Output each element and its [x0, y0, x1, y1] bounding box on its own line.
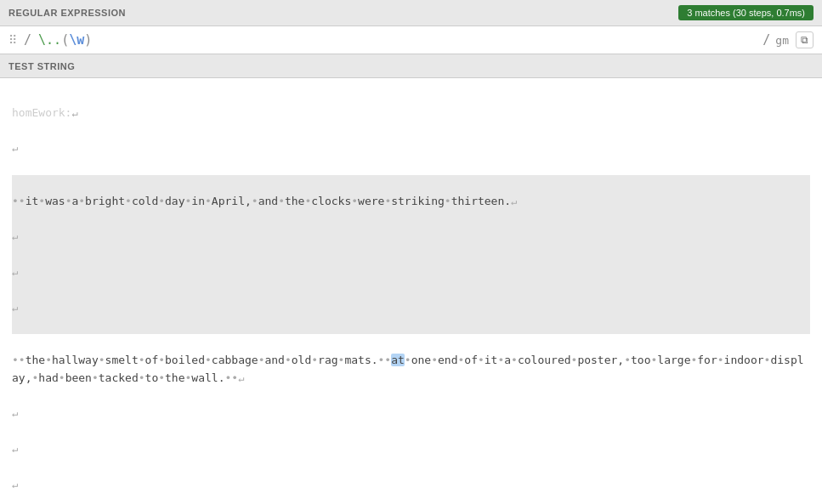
- regex-flags: gm: [775, 34, 789, 47]
- line-9: ↵: [12, 440, 810, 458]
- regex-group-close: ): [84, 32, 92, 48]
- line-6: ↵: [12, 299, 810, 317]
- test-string-label: TEST STRING: [9, 61, 75, 71]
- match-badge: 3 matches (30 steps, 0.7ms): [678, 5, 813, 20]
- regex-delimiter-close: /: [762, 32, 770, 48]
- line-3: ••it•was•a•bright•cold•day•in•April,•and…: [12, 193, 810, 211]
- test-string-bar: TEST STRING: [0, 54, 822, 78]
- regex-flags-area: / gm: [762, 32, 789, 48]
- regex-section-label: REGULAR EXPRESSION: [9, 8, 126, 18]
- highlight-at: at: [391, 354, 405, 366]
- line-10: ↵: [12, 476, 810, 494]
- regex-input-bar: ⠿ / \..(\w) / gm ⧉: [0, 26, 822, 54]
- line-8: ↵: [12, 405, 810, 422]
- line-4: ↵: [12, 228, 810, 246]
- regex-group-open: (: [61, 32, 69, 48]
- line-7: ••the•hallway•smelt•of•boiled•cabbage•an…: [12, 352, 810, 388]
- header-bar: REGULAR EXPRESSION 3 matches (30 steps, …: [0, 0, 822, 26]
- regex-char-class-w: \w: [69, 32, 84, 48]
- regex-pattern[interactable]: \..(\w): [38, 32, 756, 48]
- drag-handle-icon: ⠿: [9, 33, 17, 47]
- regex-delimiter-open: /: [24, 32, 31, 48]
- copy-button[interactable]: ⧉: [796, 31, 813, 48]
- text-content-area[interactable]: homEwork:↵ ↵ ••it•was•a•bright•cold•day•…: [0, 78, 822, 504]
- paragraph-block: ••it•was•a•bright•cold•day•in•April,•and…: [12, 175, 810, 334]
- regex-backslash-dot: \..: [38, 32, 61, 48]
- line-2: ↵: [12, 139, 810, 157]
- line-1: homEwork:↵: [12, 105, 810, 122]
- text-content: homEwork:↵: [12, 106, 78, 119]
- line-5: ↵: [12, 263, 810, 281]
